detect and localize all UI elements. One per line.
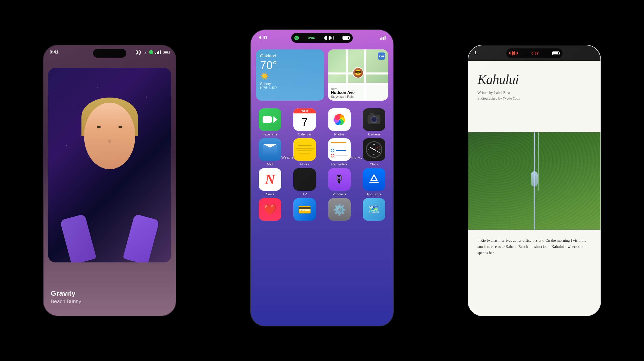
di-phone-icon: 📞 xyxy=(294,36,299,40)
weather-sun-icon: ☀️ xyxy=(260,72,320,80)
appstore-icon xyxy=(363,168,385,191)
center-signal-3 xyxy=(383,37,384,40)
findmy-city: Stuyvesant Falls xyxy=(331,95,385,99)
clock-label: Clock xyxy=(370,162,378,166)
map-pin: 😎 xyxy=(352,67,364,78)
right-battery-fill xyxy=(553,52,558,54)
camera-body xyxy=(368,115,380,124)
right-wave-4 xyxy=(513,52,514,55)
settings-glyph: ⚙️ xyxy=(333,203,346,216)
right-wave-5 xyxy=(514,51,515,55)
cal-date-number: 7 xyxy=(302,113,308,131)
waterfall xyxy=(534,132,535,230)
airpod-right xyxy=(139,50,141,54)
left-battery xyxy=(163,51,170,54)
highway-number: 25A xyxy=(379,55,384,58)
app-item-camera[interactable]: Camera xyxy=(360,108,388,136)
app-row-2: Mail Notes xyxy=(256,138,388,166)
app-item-tv[interactable]: TV xyxy=(290,168,319,196)
facetime-cam-lens xyxy=(273,116,277,123)
notes-line-2 xyxy=(296,148,314,149)
right-power-btn[interactable] xyxy=(600,102,601,125)
maps-glyph: 🗺️ xyxy=(368,204,380,215)
clock-icon: 12 3 6 9 xyxy=(363,138,385,161)
center-signal-1 xyxy=(380,38,381,40)
weather-widget[interactable]: Oakland 70° ☀️ Sunny H:75° L:57° xyxy=(256,49,324,101)
tv-label: TV xyxy=(303,192,307,196)
facetime-cam-body xyxy=(263,116,272,123)
appstore-label: App Store xyxy=(367,192,381,196)
article-written-by: Written by Isabel Bina Photographed by Y… xyxy=(477,90,591,102)
song-artist: Beach Bunny xyxy=(51,299,81,304)
center-signal-4 xyxy=(385,36,386,40)
news-label: News xyxy=(266,192,274,196)
app-item-facetime[interactable]: FaceTime xyxy=(256,108,284,136)
app-item-wallet[interactable]: 💳 xyxy=(290,198,319,221)
waterfall-2 xyxy=(538,132,539,191)
news-icon: N xyxy=(259,168,281,191)
airpods-icon xyxy=(136,50,141,54)
right-record-time: 0:37 xyxy=(531,51,538,55)
album-art-image xyxy=(48,68,171,262)
camera-label: Camera xyxy=(368,132,380,136)
rem-item-2 xyxy=(331,154,349,157)
rem-line-red xyxy=(336,155,349,156)
album-art xyxy=(48,68,171,262)
song-info: Gravity Beach Bunny xyxy=(51,289,81,304)
right-wave-7 xyxy=(517,52,518,54)
right-wave-1 xyxy=(509,52,510,54)
maps-icon: 🗺️ xyxy=(363,198,385,221)
rem-item-1 xyxy=(331,149,346,152)
figure-silhouette xyxy=(54,87,165,262)
findmy-widget[interactable]: 25A 😎 Now Hudson Ave Stuyvesant Falls xyxy=(328,49,388,101)
left-signal-area: ▲ xyxy=(144,50,147,54)
map-pin-avatar: 😎 xyxy=(352,67,364,78)
highway-badge: 25A xyxy=(378,52,385,60)
app-item-health[interactable]: ❤️ xyxy=(256,198,284,221)
facetime-label: FaceTime xyxy=(263,132,277,136)
right-vol-down[interactable] xyxy=(468,105,468,121)
volume-down-btn[interactable] xyxy=(43,105,44,121)
app-item-news[interactable]: N News xyxy=(256,168,284,196)
app-item-maps[interactable]: 🗺️ xyxy=(360,198,388,221)
weather-condition: Sunny xyxy=(260,81,320,86)
article-image xyxy=(468,132,600,230)
volume-up-btn[interactable] xyxy=(43,86,44,102)
right-battery xyxy=(552,51,559,55)
app-item-reminders[interactable]: Reminders xyxy=(325,138,354,166)
center-power-btn[interactable] xyxy=(393,86,394,109)
app-item-mail[interactable]: Mail xyxy=(256,138,284,166)
app-item-podcasts[interactable]: 🎙 Podcasts xyxy=(325,168,354,196)
phone-right: 0:37 1 Kahului Written by Isabel Bina Ph… xyxy=(468,45,601,316)
app-item-notes[interactable]: Notes xyxy=(290,138,319,166)
app-item-calendar[interactable]: WED 7 Calendar xyxy=(290,108,319,136)
weather-city: Oakland xyxy=(260,54,320,59)
face xyxy=(84,103,135,169)
clock-9: 9 xyxy=(368,148,369,151)
wallet-glyph: 💳 xyxy=(298,203,311,216)
app-item-settings[interactable]: ⚙️ xyxy=(325,198,354,221)
wave-bar-4 xyxy=(328,37,328,39)
notes-line-1 xyxy=(298,145,311,146)
camera-bump xyxy=(370,113,374,115)
right-vol-up[interactable] xyxy=(468,86,468,102)
app-item-clock[interactable]: 12 3 6 9 Clock xyxy=(360,138,388,166)
left-power-btn[interactable] xyxy=(176,102,176,125)
findmy-street: Hudson Ave xyxy=(331,90,385,95)
notes-line-4 xyxy=(299,153,310,154)
article-written-by-text: Written by Isabel Bina xyxy=(477,90,591,96)
app-item-photos[interactable]: Photos xyxy=(325,108,354,136)
appstore-a-svg xyxy=(367,173,381,186)
settings-icon: ⚙️ xyxy=(328,198,351,221)
wave-bar-8 xyxy=(333,36,334,40)
wave-bar-7 xyxy=(331,37,332,39)
article-header: Kahului Written by Isabel Bina Photograp… xyxy=(468,62,600,107)
di-battery-fill xyxy=(343,37,348,39)
app-item-appstore[interactable]: App Store xyxy=(360,168,388,196)
rem-line-blue xyxy=(336,150,346,151)
podcasts-icon: 🎙 xyxy=(328,168,351,191)
rem-dot-red xyxy=(331,154,334,157)
left-status-icons: ▲ xyxy=(136,50,170,54)
di-battery xyxy=(342,36,350,40)
wave-bar-1 xyxy=(324,37,325,39)
